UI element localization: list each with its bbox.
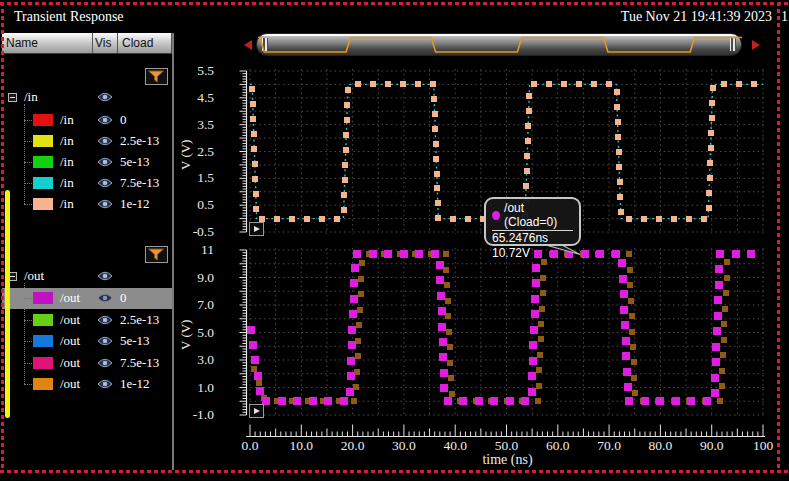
tree-connector-stub [24,120,32,122]
eye-icon [97,115,113,125]
eye-icon [97,271,113,281]
xtick: 0.0 [242,438,259,454]
window-title: Transient Response [14,9,124,25]
eye-icon [97,336,113,346]
tree-connector-stub [24,320,32,322]
selection-indicator-bar [5,190,10,418]
ytick-in: 1.5 [172,170,214,186]
ytick-in: 5.5 [172,63,214,79]
group-name: /in [24,89,38,105]
tree-connector-stub [24,384,32,386]
eye-icon [97,199,113,209]
tree-connector-stub [24,183,32,185]
tree-connector-stub [24,363,32,365]
ytick-out: -1.0 [172,407,214,423]
ytick-in: -0.5 [172,224,214,240]
scrollbar-grip-left[interactable] [262,38,268,51]
tree-connector-stub [24,162,32,164]
expander-icon[interactable] [8,93,17,102]
trace-color-swatch[interactable] [33,335,53,347]
trace-color-swatch[interactable] [33,378,53,390]
ytick-out: 3.0 [172,352,214,368]
tree-connector-stub [24,341,32,343]
group-name: /out [24,268,44,284]
scrollbar-thumb[interactable] [256,33,742,56]
column-header-vis[interactable]: Vis [93,33,118,53]
scroll-right-arrow-icon[interactable] [752,40,760,50]
visibility-eye[interactable] [97,92,113,102]
ytick-out: 1.0 [172,380,214,396]
trace-color-swatch[interactable] [33,292,53,304]
visibility-eye[interactable] [97,336,113,346]
capture-border-top [0,2,789,5]
trace-color-swatch[interactable] [33,357,53,369]
xaxis-label: time (ns) [250,452,765,468]
ytick-in: 3.5 [172,117,214,133]
column-header-name[interactable]: Name [2,33,93,53]
trace-tooltip: /out (Cload=0) 65.2476ns 10.72V [484,197,581,246]
trace-name: /in [60,175,74,191]
trace-dot-icon [492,211,500,220]
trace-name: /out [60,312,80,328]
visibility-eye[interactable] [97,379,113,389]
tree-connector-stub [24,298,32,300]
trace-color-swatch[interactable] [33,198,53,210]
scrollbar-grip-right[interactable] [730,38,736,51]
visibility-eye[interactable] [97,358,113,368]
trace-color-swatch[interactable] [33,156,53,168]
xtick: 40.0 [443,438,467,454]
scroll-left-arrow-icon[interactable] [244,40,252,50]
xtick: 60.0 [546,438,570,454]
waveform-window: Transient Response Tue Nov 21 19:41:39 2… [0,0,789,481]
xtick: 80.0 [649,438,673,454]
visibility-eye[interactable] [97,293,113,303]
eye-icon [97,136,113,146]
tooltip-time: 65.2476ns [492,231,573,246]
cload-value: 7.5e-13 [120,175,159,191]
visibility-eye[interactable] [97,271,113,281]
filter-funnel-button-in[interactable] [145,68,168,85]
ytick-in: 0.5 [172,197,214,213]
cload-value: 7.5e-13 [120,355,159,371]
window-corner-number: 1 [781,9,788,25]
capture-border-bottom [0,470,789,473]
visibility-eye[interactable] [97,199,113,209]
play-triangle-icon [254,226,260,232]
filter-funnel-button-out[interactable] [145,246,168,263]
tree-group-out[interactable]: /out [2,267,172,287]
ytick-in: 4.5 [172,90,214,106]
trace-color-swatch[interactable] [33,114,53,126]
ytick-out: 9.0 [172,270,214,286]
visibility-eye[interactable] [97,157,113,167]
tooltip-series: /out (Cload=0) [504,201,573,229]
trace-name: /in [60,112,74,128]
visibility-eye[interactable] [97,178,113,188]
xtick: 90.0 [700,438,724,454]
visibility-eye[interactable] [97,315,113,325]
tree-group-in[interactable]: /in [2,88,172,108]
tree-header: Name Vis Cload [2,33,172,54]
xtick: 10.0 [289,438,313,454]
tree-connector-stub [24,204,32,206]
plot-canvas-out[interactable] [220,243,780,428]
trace-name: /out [60,290,80,306]
visibility-eye[interactable] [97,115,113,125]
trace-color-swatch[interactable] [33,314,53,326]
cload-value: 2.5e-13 [120,133,159,149]
xtick: 70.0 [597,438,621,454]
ytick-out: 5.0 [172,325,214,341]
trace-color-swatch[interactable] [33,177,53,189]
trace-color-swatch[interactable] [33,135,53,147]
strip-expand-button-in[interactable] [249,222,264,236]
cload-value: 2.5e-13 [120,312,159,328]
cload-value: 5e-13 [120,154,150,170]
cload-value: 5e-13 [120,333,150,349]
column-header-cload[interactable]: Cload [118,33,172,53]
xaxis-ruler [220,421,780,438]
strip-expand-button-out[interactable] [249,404,264,418]
ytick-out: 7.0 [172,297,214,313]
play-triangle-icon [254,408,260,414]
cload-value: 0 [120,112,127,128]
visibility-eye[interactable] [97,136,113,146]
xtick: 30.0 [392,438,416,454]
